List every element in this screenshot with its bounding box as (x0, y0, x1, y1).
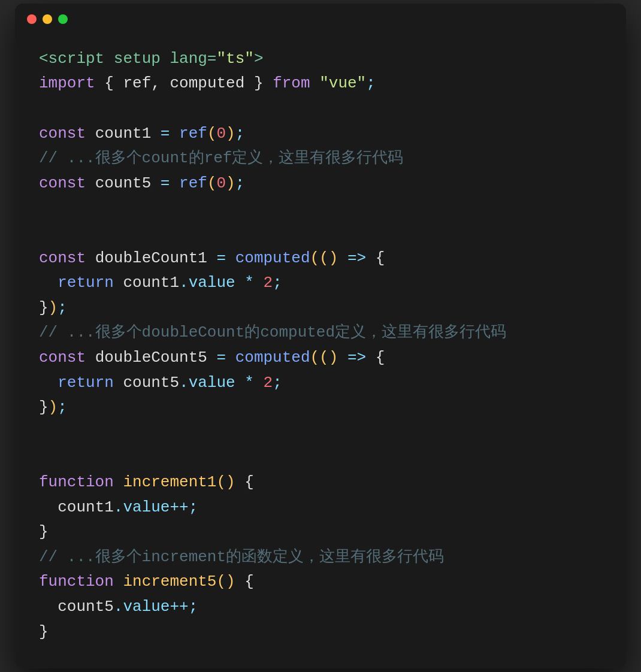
code-line-22: function increment5() { (39, 570, 602, 595)
code-line-14: return count5.value * 2; (39, 371, 602, 396)
code-line-2: import { ref, computed } from "vue"; (39, 71, 602, 96)
code-line-24: } (39, 620, 602, 645)
code-line-11: }); (39, 296, 602, 321)
code-line-empty-4 (39, 420, 602, 446)
code-line-23: count5.value++; (39, 595, 602, 620)
code-line-6: const count5 = ref(0); (39, 171, 602, 196)
code-line-15: }); (39, 395, 602, 420)
maximize-button[interactable] (58, 14, 68, 24)
code-line-13: const doubleCount5 = computed(() => { (39, 346, 602, 371)
code-line-10: return count1.value * 2; (39, 271, 602, 296)
code-line-empty-5 (39, 445, 602, 470)
code-line-21: // ...很多个increment的函数定义，这里有很多行代码 (39, 545, 602, 570)
code-line-1: <script setup lang="ts"> (39, 47, 602, 72)
code-line-12: // ...很多个doubleCount的computed定义，这里有很多行代码 (39, 320, 602, 346)
code-editor: <script setup lang="ts"> import { ref, c… (15, 35, 626, 668)
code-line-19: count1.value++; (39, 495, 602, 520)
minimize-button[interactable] (43, 14, 52, 24)
code-line-18: function increment1() { (39, 470, 602, 495)
code-line-empty-3 (39, 221, 602, 246)
code-line-empty-2 (39, 196, 602, 221)
titlebar (15, 4, 626, 35)
code-line-5: // ...很多个count的ref定义，这里有很多行代码 (39, 146, 602, 171)
code-window: <script setup lang="ts"> import { ref, c… (15, 4, 626, 668)
code-line-20: } (39, 520, 602, 545)
close-button[interactable] (27, 14, 37, 24)
code-line-4: const count1 = ref(0); (39, 122, 602, 147)
code-line-empty-1 (39, 96, 602, 122)
code-line-9: const doubleCount1 = computed(() => { (39, 246, 602, 271)
